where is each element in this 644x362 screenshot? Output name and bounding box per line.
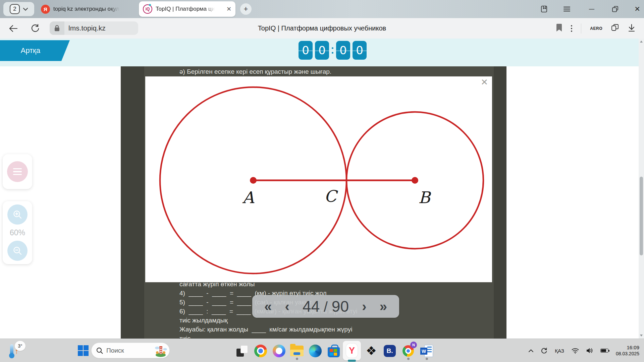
contents-menu-card (3, 154, 32, 189)
window-close-button[interactable]: ✕ (631, 0, 644, 18)
taskbar-app-chrome-profile[interactable]: N (401, 344, 416, 358)
more-options-icon[interactable] (571, 25, 572, 32)
textbook-content-area: ә) Берілген есепке кері есеп құрастыр жә… (0, 66, 644, 339)
windows-taskbar: ↑ 3° Поиск Y ❖ (0, 339, 644, 362)
taskbar-app-taskview[interactable] (235, 344, 250, 358)
taskbar-search[interactable]: Поиск (91, 343, 170, 358)
lesson-timer: 0 0 0 0 (299, 41, 367, 60)
tab-counter[interactable]: 2 (3, 2, 34, 16)
tab-count: 2 (10, 4, 20, 14)
zoom-out-button[interactable] (7, 241, 28, 261)
prev-page-button[interactable]: ‹ (285, 300, 289, 313)
timer-digit: 0 (299, 41, 313, 60)
scroll-up-arrow[interactable] (640, 41, 643, 43)
edge-icon (309, 345, 322, 357)
side-panel-icon[interactable] (537, 0, 551, 18)
download-icon[interactable] (628, 24, 635, 33)
label-c: C (324, 187, 338, 205)
bookmark-icon[interactable] (556, 24, 562, 33)
timer-digit: 0 (353, 41, 367, 60)
temperature-value: 3° (15, 341, 25, 351)
tray-date: 08.03.2025 (616, 351, 639, 357)
tangent-circles-diagram: A C B (145, 76, 492, 282)
lock-icon[interactable] (50, 21, 64, 35)
tray-time: 16:09 (616, 345, 639, 351)
start-button[interactable] (78, 345, 89, 356)
new-tab-button[interactable]: + (240, 3, 252, 15)
label-b: B (418, 188, 431, 207)
taskbar-app-copilot[interactable] (272, 344, 286, 358)
running-indicator (426, 358, 428, 360)
modal-close-icon[interactable]: ✕ (481, 77, 488, 87)
window-minimize-button[interactable]: — (584, 0, 599, 18)
wifi-icon[interactable] (572, 348, 579, 354)
window-maximize-button[interactable] (608, 0, 623, 18)
reload-icon[interactable] (30, 23, 41, 34)
back-icon[interactable] (7, 23, 19, 34)
tab-topiq-search[interactable]: Я topiq kz электронды оқул (41, 0, 137, 18)
chevron-down-icon (23, 8, 28, 11)
scroll-down-arrow[interactable] (640, 335, 643, 337)
page-scrollbar[interactable] (639, 39, 644, 339)
task-view-icon (236, 345, 248, 357)
hidden-icons-chevron[interactable] (529, 349, 533, 352)
search-placeholder: Поиск (106, 347, 151, 354)
zoom-in-button[interactable] (7, 204, 28, 225)
page-separator: / (324, 299, 328, 315)
zoom-controls-card: 60% (3, 201, 32, 264)
contents-menu-button[interactable] (7, 161, 28, 182)
battery-icon[interactable] (600, 349, 608, 353)
current-page: 44 (303, 297, 320, 315)
chrome-icon (254, 345, 267, 357)
taskbar-app-store[interactable] (326, 344, 341, 358)
running-indicator (407, 358, 410, 360)
tab-title: topiq kz электронды оқул (53, 6, 119, 12)
taskbar-app-explorer[interactable] (289, 344, 304, 358)
tab-topiq-active[interactable]: iQ TopIQ | Платформа ци ✕ (139, 1, 235, 17)
taskbar-app-word[interactable]: W (419, 344, 434, 358)
scrollbar-thumb[interactable] (640, 177, 643, 255)
topiq-favicon: iQ (143, 4, 152, 14)
taskbar-app-bitrix[interactable]: B. (382, 344, 397, 358)
microsoft-store-icon (328, 347, 340, 357)
search-icon (96, 347, 103, 354)
taskbar-app-dropbox[interactable]: ❖ (364, 344, 379, 358)
weather-widget[interactable]: ↑ 3° (7, 342, 27, 360)
taskbar-app-edge[interactable] (308, 344, 323, 358)
url-text: lms.topiq.kz (64, 24, 106, 32)
label-a: A (242, 188, 255, 207)
browser-tab-bar: 2 Я topiq kz электронды оқул iQ TopIQ | … (0, 0, 644, 18)
sync-icon[interactable] (541, 347, 547, 354)
volume-icon[interactable] (586, 348, 593, 354)
system-tray: ҚАЗ 16:09 08.03.2025 (529, 339, 639, 362)
first-page-button[interactable]: « (264, 300, 272, 313)
collections-icon[interactable] (611, 24, 619, 33)
back-button[interactable]: Артқа (0, 40, 70, 61)
taskbar-app-chrome[interactable] (253, 344, 268, 358)
profile-badge: N (410, 342, 417, 348)
taskbar-clock[interactable]: 16:09 08.03.2025 (616, 345, 639, 357)
active-app-indicator (348, 360, 356, 362)
zoom-out-icon (12, 246, 22, 256)
image-lightbox-modal: A C B ✕ (145, 76, 492, 282)
language-indicator[interactable]: ҚАЗ (555, 348, 564, 354)
lesson-toolbar: Артқа 0 0 0 0 (0, 39, 644, 66)
worksheet-line: Жауабы: қалған жолды ____ км/сағ жылдамд… (179, 325, 357, 334)
zoom-level: 60% (10, 228, 25, 237)
running-indicator (296, 358, 298, 360)
browser-menu-icon[interactable] (559, 0, 574, 18)
last-page-button[interactable]: » (380, 300, 387, 313)
aero-extension-label[interactable]: AERO (590, 26, 602, 31)
tab-close-icon[interactable]: ✕ (226, 5, 231, 13)
total-pages: 90 (332, 297, 349, 315)
url-field[interactable]: lms.topiq.kz (50, 21, 138, 35)
tab-title: TopIQ | Платформа ци (156, 6, 215, 12)
timer-separator (331, 47, 334, 54)
next-page-button[interactable]: › (362, 300, 366, 313)
taskbar-app-yandex-active[interactable]: Y (343, 341, 361, 360)
dropbox-icon: ❖ (366, 345, 377, 357)
bitrix-icon: B. (384, 345, 396, 357)
word-icon: W (420, 345, 433, 357)
zoom-in-icon (12, 209, 22, 220)
page-navigator: « ‹ 44 / 90 › » (252, 295, 399, 318)
